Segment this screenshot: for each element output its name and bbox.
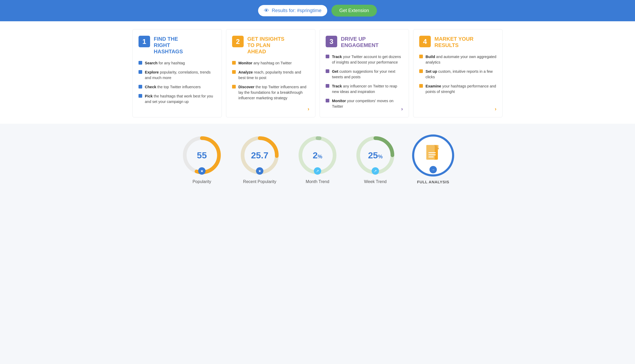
card-item: Track your Twitter account to get dozens… <box>326 54 403 65</box>
bullet-icon <box>139 70 142 74</box>
card-items-4: Build and automate your own aggregated a… <box>419 54 496 95</box>
week-trend-value-center: 25% <box>368 151 383 160</box>
metric-week-trend[interactable]: 25% ↗ Week Trend <box>354 134 396 184</box>
card-item: Explore popularity, correlations, trends… <box>139 70 216 81</box>
month-trend-donut: 2% ↗ <box>296 134 339 176</box>
week-trend-donut: 25% ↗ <box>354 134 396 176</box>
bullet-icon <box>326 99 329 102</box>
card-item: Pick the hashtags that work best for you… <box>139 93 216 105</box>
card-items-2: Monitor any hashtag on Twitter Analyze r… <box>232 60 309 101</box>
bullet-icon <box>139 61 142 65</box>
popularity-label: Popularity <box>192 179 211 184</box>
svg-rect-12 <box>428 152 436 153</box>
card-title-4: MARKET YOURRESULTS <box>434 36 474 48</box>
popularity-badge: ★ <box>198 167 206 175</box>
card-item: Monitor any hashtag on Twitter <box>232 60 309 66</box>
metric-popularity[interactable]: 55 ★ Popularity <box>181 134 223 184</box>
month-trend-value-center: 2% <box>313 151 322 160</box>
card-header-3: 3 DRIVE UPENGAGEMENT <box>326 36 403 48</box>
card-number-1: 1 <box>139 36 150 47</box>
card-item: Monitor your competitors' moves on Twitt… <box>326 98 403 109</box>
card-item: Build and automate your own aggregated a… <box>419 54 496 65</box>
recent-popularity-badge: ★ <box>256 167 263 175</box>
card-find-hashtags: 1 FIND THERIGHTHASHTAGS Search for any h… <box>132 29 222 117</box>
cards-section: 1 FIND THERIGHTHASHTAGS Search for any h… <box>0 21 635 124</box>
card-market-results: 4 MARKET YOURRESULTS Build and automate … <box>413 29 503 117</box>
bullet-icon <box>232 85 236 89</box>
recent-popularity-value-center: 25.7 <box>251 151 268 160</box>
header: 👁 Results for: #springtime Get Extension <box>0 0 635 21</box>
card-item: Track any influencer on Twitter to reap … <box>326 84 403 95</box>
card-header-1: 1 FIND THERIGHTHASHTAGS <box>139 36 216 55</box>
recent-popularity-label: Recent Popularity <box>243 179 276 184</box>
card-item: Check the top Twitter influencers <box>139 84 216 90</box>
card-items-1: Search for any hashtag Explore popularit… <box>139 60 216 105</box>
eye-icon: 👁 <box>264 8 269 14</box>
bullet-icon <box>326 55 329 58</box>
bullet-icon <box>419 84 423 88</box>
svg-rect-13 <box>428 154 436 155</box>
card-title-1: FIND THERIGHTHASHTAGS <box>154 36 183 55</box>
metric-month-trend[interactable]: 2% ↗ Month Trend <box>296 134 339 184</box>
bullet-icon <box>232 70 236 74</box>
popularity-value: 55 <box>197 151 207 160</box>
results-text: Results for: #springtime <box>272 8 321 13</box>
card-title-3: DRIVE UPENGAGEMENT <box>341 36 378 48</box>
card-item: Examine your hashtags performance and po… <box>419 84 496 95</box>
full-analysis-badge: → <box>429 166 437 173</box>
card-arrow-3[interactable]: › <box>401 106 403 112</box>
month-trend-badge: ↗ <box>314 167 321 175</box>
bullet-icon <box>139 85 142 89</box>
month-trend-value: 2% <box>313 151 322 160</box>
get-extension-button[interactable]: Get Extension <box>331 5 377 17</box>
card-arrow-2[interactable]: › <box>308 106 309 112</box>
card-item: Get custom suggestions for your next twe… <box>326 69 403 80</box>
popularity-donut: 55 ★ <box>181 134 223 176</box>
results-pill[interactable]: 👁 Results for: #springtime <box>258 5 327 16</box>
card-item: Analyze reach, popularity trends and bes… <box>232 70 309 81</box>
bullet-icon <box>419 69 423 73</box>
card-items-3: Track your Twitter account to get dozens… <box>326 54 403 109</box>
card-get-insights: 2 GET INSIGHTSTO PLANAHEAD Monitor any h… <box>226 29 315 117</box>
metric-full-analysis[interactable]: → FULL ANALYSIS <box>412 134 454 184</box>
bullet-icon <box>326 69 329 73</box>
card-item: Set up custom, intuitive reports in a fe… <box>419 69 496 80</box>
svg-rect-14 <box>428 157 434 157</box>
card-item: Discover the top Twitter influencers and… <box>232 84 309 101</box>
bullet-icon <box>419 55 423 58</box>
bullet-icon <box>232 61 236 65</box>
popularity-value-center: 55 <box>197 151 207 160</box>
document-icon <box>425 145 441 166</box>
month-trend-label: Month Trend <box>306 179 329 184</box>
full-analysis-circle: → <box>412 134 454 176</box>
week-trend-value: 25% <box>368 151 383 160</box>
svg-rect-11 <box>435 145 439 149</box>
card-arrow-4[interactable]: › <box>495 106 496 112</box>
full-analysis-label: FULL ANALYSIS <box>417 180 449 184</box>
card-number-3: 3 <box>326 36 337 47</box>
card-drive-engagement: 3 DRIVE UPENGAGEMENT Track your Twitter … <box>320 29 409 117</box>
bullet-icon <box>326 84 329 88</box>
card-number-4: 4 <box>419 36 431 47</box>
card-title-2: GET INSIGHTSTO PLANAHEAD <box>247 36 284 55</box>
bullet-icon <box>139 94 142 98</box>
week-trend-badge: ↗ <box>372 167 379 175</box>
week-trend-label: Week Trend <box>364 179 387 184</box>
card-header-4: 4 MARKET YOURRESULTS <box>419 36 496 48</box>
recent-popularity-value: 25.7 <box>251 151 268 160</box>
card-number-2: 2 <box>232 36 244 47</box>
card-item: Search for any hashtag <box>139 60 216 66</box>
metric-recent-popularity[interactable]: 25.7 ★ Recent Popularity <box>239 134 281 184</box>
metrics-section: 55 ★ Popularity 25.7 ★ Recent Popularity <box>0 124 635 195</box>
recent-popularity-donut: 25.7 ★ <box>239 134 281 176</box>
card-header-2: 2 GET INSIGHTSTO PLANAHEAD <box>232 36 309 55</box>
